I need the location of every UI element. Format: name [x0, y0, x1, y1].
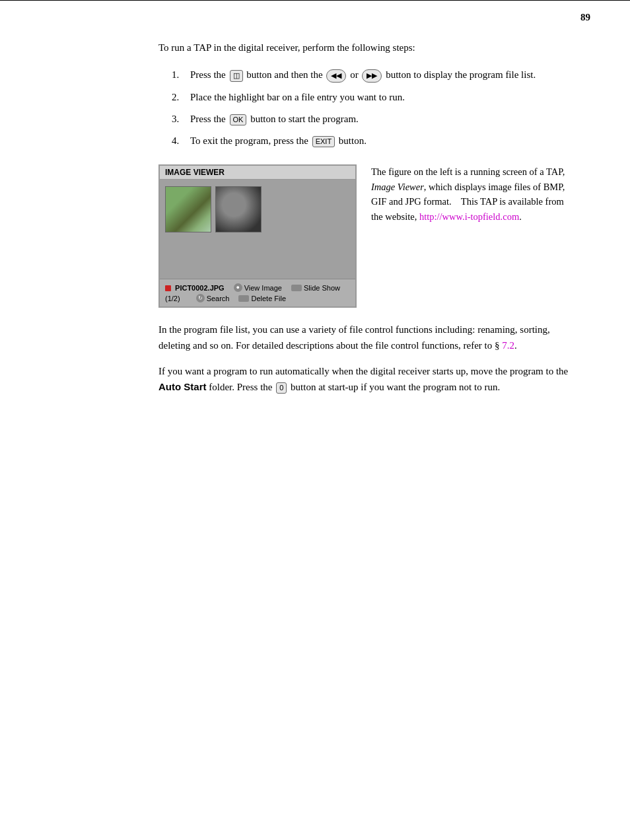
step-1: 1. Press the ◫ button and then the ◀◀ or…	[172, 67, 577, 83]
zero-button-icon: 0	[276, 382, 287, 394]
iv-thumbnails	[160, 180, 355, 239]
rewind-button-icon: ◀◀	[326, 69, 346, 82]
iv-search-btn: ↻ Search	[196, 294, 230, 302]
delete-file-label: Delete File	[251, 295, 286, 302]
iv-header: IMAGE VIEWER	[160, 166, 355, 180]
top-rule	[0, 0, 630, 1]
caption-text-1: The figure on the left is a running scre…	[371, 166, 565, 177]
iv-title: IMAGE VIEWER	[165, 168, 225, 177]
steps-list: 1. Press the ◫ button and then the ◀◀ or…	[172, 67, 577, 149]
iv-spacer	[160, 239, 355, 279]
auto-start-folder: Auto Start	[158, 381, 207, 392]
step-2-num: 2.	[172, 90, 190, 105]
thumbnail-1	[165, 186, 211, 232]
or-text: or	[350, 69, 361, 80]
ok-circle-icon: ●	[234, 283, 242, 292]
step-4: 4. To exit the program, press the EXIT b…	[172, 133, 577, 149]
figure-caption: The figure on the left is a running scre…	[371, 164, 577, 224]
red-mark-icon	[165, 285, 171, 291]
intro-paragraph: To run a TAP in the digital receiver, pe…	[158, 40, 577, 55]
paragraph-1: In the program file list, you can use a …	[158, 322, 577, 353]
ok-button-icon: OK	[230, 114, 247, 125]
step-4-text: To exit the program, press the EXIT butt…	[190, 133, 577, 149]
iv-view-image-btn: ● View Image	[234, 283, 282, 292]
content-area: To run a TAP in the digital receiver, pe…	[158, 34, 577, 395]
page-container: 89 To run a TAP in the digital receiver,…	[0, 0, 630, 840]
caption-period: .	[519, 211, 522, 222]
menu-button-icon: ◫	[230, 70, 243, 81]
paragraph-2: If you want a program to run automatical…	[158, 364, 577, 396]
iv-delete-btn: Delete File	[238, 295, 286, 302]
iv-pagenum-info: (1/2)	[165, 295, 180, 302]
iv-footer-row2: (1/2) ↻ Search Delete File	[165, 294, 350, 302]
slide-show-label: Slide Show	[304, 284, 340, 292]
page-number: 89	[580, 12, 590, 23]
step-2: 2. Place the highlight bar on a file ent…	[172, 90, 577, 105]
iv-slide-show-btn: Slide Show	[291, 284, 340, 292]
step-1-num: 1.	[172, 67, 190, 83]
section-ref-link[interactable]: 7.2	[502, 340, 514, 351]
search-label: Search	[207, 295, 230, 302]
step-1-text: Press the ◫ button and then the ◀◀ or ▶▶…	[190, 67, 577, 83]
step-3: 3. Press the OK button to start the prog…	[172, 112, 577, 127]
iv-filename: PICT0002.JPG	[175, 284, 225, 292]
caption-tap-name: Image Viewer	[371, 182, 424, 192]
thumbnail-2	[215, 186, 262, 232]
iv-file-info: PICT0002.JPG	[165, 284, 225, 292]
step-4-num: 4.	[172, 133, 190, 149]
exit-button-icon: EXIT	[312, 136, 335, 147]
image-viewer-box: IMAGE VIEWER PICT0002.JPG ●	[158, 164, 357, 308]
iv-pagenum: (1/2)	[165, 295, 180, 302]
iv-footer: PICT0002.JPG ● View Image Slide Show	[160, 279, 355, 306]
slideshow-rect-icon	[291, 285, 302, 291]
search-circle-icon: ↻	[196, 294, 205, 302]
iv-footer-row1: PICT0002.JPG ● View Image Slide Show	[165, 283, 350, 292]
step-2-text: Place the highlight bar on a file entry …	[190, 90, 577, 105]
step-3-text: Press the OK button to start the program…	[190, 112, 577, 127]
figure-section: IMAGE VIEWER PICT0002.JPG ●	[158, 164, 577, 308]
forward-button-icon: ▶▶	[362, 69, 382, 82]
delete-rect-icon	[238, 295, 249, 302]
intro-text: To run a TAP in the digital receiver, pe…	[158, 42, 415, 53]
website-link[interactable]: http://www.i-topfield.com	[419, 211, 519, 222]
view-image-label: View Image	[244, 284, 282, 292]
website-link-text: http://www.i-topfield.com	[419, 211, 519, 222]
step-3-num: 3.	[172, 112, 190, 127]
